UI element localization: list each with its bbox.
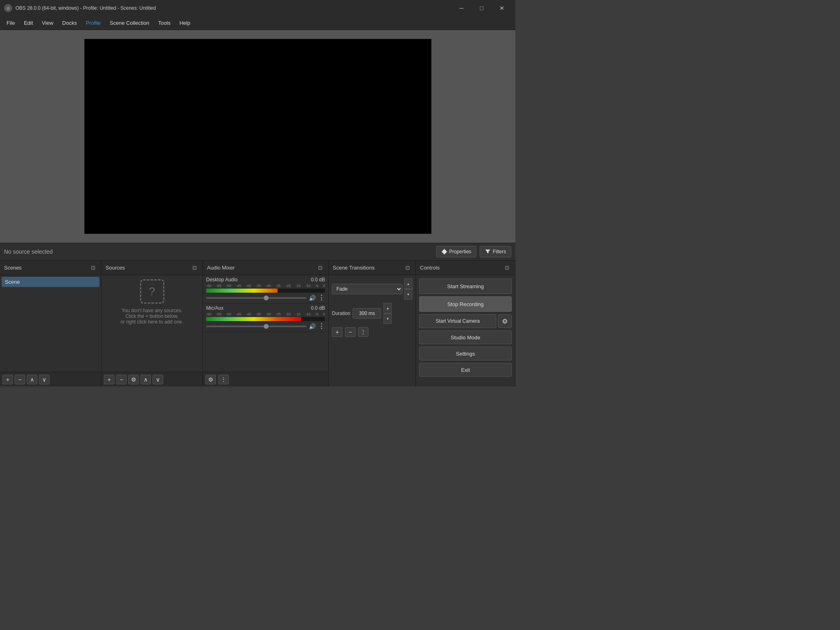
source-remove-button[interactable]: −: [116, 375, 127, 384]
sources-header-icons: ⊡: [190, 264, 198, 272]
desktop-audio-track: Desktop Audio 0.0 dB -60 -55 -50 -45 -40…: [203, 275, 328, 304]
scenes-title: Scenes: [4, 265, 22, 271]
sources-footer: + − ⚙ ∧ ∨: [101, 372, 202, 386]
transition-dots-button[interactable]: ⋮: [358, 327, 368, 337]
duration-spin-up[interactable]: ▲: [383, 303, 392, 313]
menu-help[interactable]: Help: [175, 18, 194, 28]
sources-header: Sources ⊡: [101, 261, 202, 275]
desktop-audio-menu-button[interactable]: ⋮: [318, 294, 325, 302]
transitions-spin-controls: ▲ ▼: [404, 278, 412, 300]
no-source-label: No source selected: [4, 248, 433, 255]
titlebar-title: OBS 28.0.0 (64-bit, windows) - Profile: …: [15, 5, 156, 11]
obs-logo: ⊙: [4, 4, 12, 12]
menu-tools[interactable]: Tools: [154, 18, 174, 28]
scenes-list: Scene: [0, 275, 101, 289]
desktop-volume-thumb: [264, 296, 269, 300]
menu-profile[interactable]: Profile: [82, 18, 105, 28]
preview-area: [0, 30, 515, 243]
scene-item[interactable]: Scene: [2, 277, 99, 287]
source-up-button[interactable]: ∧: [140, 375, 151, 384]
properties-label: Properties: [449, 249, 472, 255]
audio-dots-button[interactable]: ⋮: [218, 375, 229, 384]
mic-aux-mute-button[interactable]: 🔊: [309, 323, 316, 330]
desktop-mute-button[interactable]: 🔊: [309, 295, 316, 301]
sources-empty-text: You don't have any sources.Click the + b…: [121, 308, 183, 325]
stop-recording-button[interactable]: Stop Recording: [419, 296, 512, 312]
source-down-button[interactable]: ∨: [153, 375, 163, 384]
mic-aux-meter-fill: [206, 317, 301, 321]
scene-add-button[interactable]: +: [2, 375, 13, 384]
menu-view[interactable]: View: [38, 18, 57, 28]
titlebar: ⊙ OBS 28.0.0 (64-bit, windows) - Profile…: [0, 0, 515, 16]
scenes-footer: + − ∧ ∨: [0, 372, 101, 386]
transition-add-button[interactable]: +: [332, 327, 342, 337]
scenes-expand-icon[interactable]: ⊡: [89, 264, 97, 272]
audio-mixer-panel: Audio Mixer ⊡ Desktop Audio 0.0 dB -60 -…: [203, 261, 329, 386]
scenes-header-icons: ⊡: [89, 264, 97, 272]
controls-title: Controls: [420, 265, 439, 271]
menu-file[interactable]: File: [2, 18, 19, 28]
minimize-button[interactable]: ─: [452, 2, 471, 14]
source-toolbar: No source selected Properties Filters: [0, 243, 515, 261]
audio-mixer-title: Audio Mixer: [207, 265, 235, 271]
scene-up-button[interactable]: ∧: [27, 375, 37, 384]
sources-title: Sources: [106, 265, 125, 271]
audio-settings-button[interactable]: ⚙: [205, 375, 216, 384]
menu-edit[interactable]: Edit: [20, 18, 37, 28]
transitions-header-icons: ⊡: [403, 264, 411, 272]
source-settings-button[interactable]: ⚙: [128, 375, 139, 384]
controls-header: Controls ⊡: [416, 261, 515, 275]
menu-scene-collection[interactable]: Scene Collection: [106, 18, 153, 28]
titlebar-controls: ─ □ ✕: [452, 2, 511, 14]
properties-button[interactable]: Properties: [436, 246, 477, 257]
filters-label: Filters: [493, 249, 506, 255]
transitions-select-row: Fade ▲ ▼: [332, 278, 412, 300]
desktop-audio-meter-fill: [206, 289, 278, 293]
sources-expand-icon[interactable]: ⊡: [190, 264, 198, 272]
menu-docks[interactable]: Docks: [58, 18, 81, 28]
transitions-title: Scene Transitions: [333, 265, 375, 271]
controls-expand-icon[interactable]: ⊡: [503, 264, 511, 272]
duration-input[interactable]: [353, 308, 381, 319]
controls-header-icons: ⊡: [503, 264, 511, 272]
mic-aux-header: Mic/Aux 0.0 dB: [206, 305, 325, 311]
settings-button[interactable]: Settings: [419, 347, 512, 360]
source-add-button[interactable]: +: [104, 375, 114, 384]
desktop-audio-db: 0.0 dB: [311, 277, 325, 283]
transitions-content: Fade ▲ ▼ Duration ▲ ▼: [329, 275, 416, 386]
scene-remove-button[interactable]: −: [15, 375, 25, 384]
filters-button[interactable]: Filters: [480, 246, 511, 257]
scene-down-button[interactable]: ∨: [39, 375, 50, 384]
main-content: No source selected Properties Filters Sc…: [0, 30, 515, 386]
transitions-spin-up[interactable]: ▲: [404, 278, 412, 289]
mic-aux-volume-slider[interactable]: [206, 326, 306, 327]
virtual-camera-settings-button[interactable]: ⚙: [498, 314, 512, 328]
transition-remove-button[interactable]: −: [345, 327, 355, 337]
mic-aux-meter: [206, 317, 325, 321]
sources-content[interactable]: ? You don't have any sources.Click the +…: [101, 275, 202, 372]
scenes-header: Scenes ⊡: [0, 261, 101, 275]
start-streaming-button[interactable]: Start Streaming: [419, 278, 512, 294]
exit-button[interactable]: Exit: [419, 363, 512, 377]
duration-spin-controls: ▲ ▼: [383, 303, 392, 324]
maximize-button[interactable]: □: [472, 2, 491, 14]
transitions-expand-icon[interactable]: ⊡: [403, 264, 411, 272]
desktop-audio-scale: -60 -55 -50 -45 -40 -35 -30 -25 -20 -15 …: [206, 284, 325, 288]
desktop-volume-slider[interactable]: [206, 297, 306, 299]
duration-label: Duration: [332, 311, 350, 316]
audio-header-icons: ⊡: [316, 264, 324, 272]
close-button[interactable]: ✕: [493, 2, 511, 14]
desktop-audio-header: Desktop Audio 0.0 dB: [206, 277, 325, 283]
mic-aux-menu-button[interactable]: ⋮: [318, 322, 325, 330]
scenes-panel: Scenes ⊡ Scene + − ∧ ∨: [0, 261, 101, 386]
virtual-camera-row: Start Virtual Camera ⚙: [419, 314, 512, 328]
start-virtual-camera-button[interactable]: Start Virtual Camera: [419, 314, 496, 328]
duration-spin-down[interactable]: ▼: [383, 313, 392, 324]
studio-mode-button[interactable]: Studio Mode: [419, 330, 512, 344]
sources-panel: Sources ⊡ ? You don't have any sources.C…: [101, 261, 203, 386]
audio-expand-icon[interactable]: ⊡: [316, 264, 324, 272]
transitions-spin-down[interactable]: ▼: [404, 289, 412, 300]
titlebar-left: ⊙ OBS 28.0.0 (64-bit, windows) - Profile…: [4, 4, 156, 12]
transitions-select[interactable]: Fade: [332, 284, 403, 294]
sources-empty: ? You don't have any sources.Click the +…: [101, 275, 202, 329]
